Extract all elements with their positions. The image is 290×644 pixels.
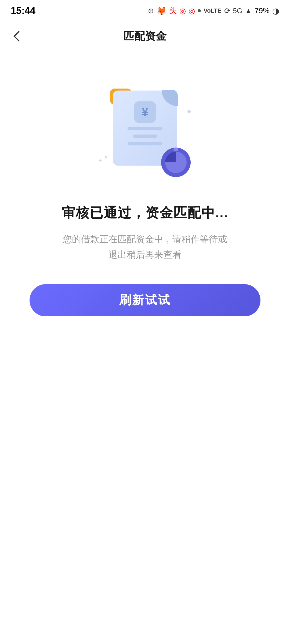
app-icon-2: ◎: [189, 6, 195, 15]
status-bar: 15:44 ⊕ 🦊 头 ◎ ◎ VoLTE ⟳ 5G ▲ 79% ◑: [0, 0, 290, 21]
doc-line-1: [128, 127, 162, 130]
status-icons: ⊕ 🦊 头 ◎ ◎ VoLTE ⟳ 5G ▲ 79% ◑: [148, 6, 279, 16]
timer-icon: [161, 148, 191, 177]
battery-indicator: 79%: [255, 6, 270, 15]
status-title: 审核已通过，资金匹配中...: [62, 204, 228, 222]
doc-line-2: [133, 135, 157, 138]
refresh-button-label: 刷新试试: [119, 292, 171, 308]
yen-box: ¥: [134, 101, 156, 123]
back-arrow-icon: [13, 31, 24, 42]
timer-pie: [165, 152, 187, 173]
refresh-button[interactable]: 刷新试试: [30, 284, 260, 316]
doc-line-3: [128, 142, 162, 145]
toutiao-icon: 头: [169, 6, 177, 16]
status-time: 15:44: [11, 5, 35, 16]
battery-icon: ◑: [272, 6, 279, 16]
deco-plus-icon-2: ✦: [98, 157, 103, 164]
illustration: ✦ ✦ ¥: [94, 83, 196, 185]
deco-dot-2: [105, 156, 107, 158]
status-description: 您的借款正在匹配资金中，请稍作等待或退出稍后再来查看: [63, 232, 227, 263]
nav-bar: 匹配资金: [0, 21, 290, 51]
page-title: 匹配资金: [124, 29, 166, 43]
timer-top: [173, 148, 178, 151]
navigation-icon: ⊕: [148, 7, 154, 15]
deco-dot-1: [187, 110, 191, 113]
doc-curl: [162, 90, 178, 106]
notification-dot: [198, 9, 201, 12]
signal-icon: 5G: [233, 7, 242, 15]
app-icon-1: ◎: [179, 6, 186, 15]
yen-symbol: ¥: [142, 105, 148, 119]
signal-bars: ▲: [245, 7, 252, 15]
main-content: ✦ ✦ ¥ 审核已通过，资金匹配中...: [0, 51, 290, 316]
bluetooth-icon: ⟳: [224, 6, 230, 15]
uc-browser-icon: 🦊: [157, 6, 166, 16]
volte-icon: VoLTE: [204, 7, 221, 14]
back-button[interactable]: [11, 28, 27, 44]
